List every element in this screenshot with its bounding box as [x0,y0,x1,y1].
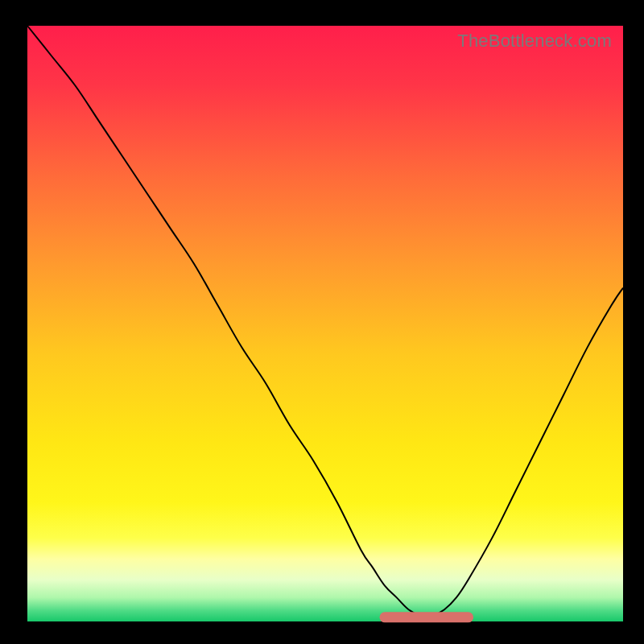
curve-path [27,26,623,617]
bottleneck-curve [27,26,623,621]
chart-frame: TheBottleneck.com [0,0,644,644]
plot-area: TheBottleneck.com [27,26,623,621]
